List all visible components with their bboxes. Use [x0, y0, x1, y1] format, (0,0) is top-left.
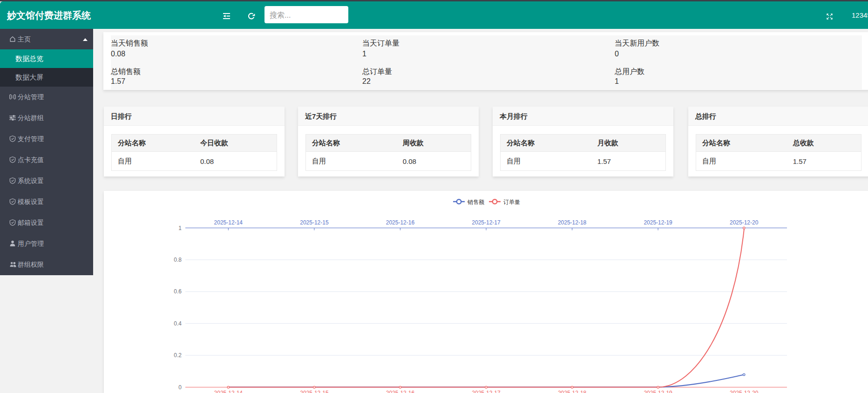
- svg-text:2025-12-19: 2025-12-19: [644, 390, 672, 393]
- svg-text:2025-12-17: 2025-12-17: [472, 390, 501, 393]
- svg-text:2025-12-20: 2025-12-20: [730, 219, 759, 226]
- svg-text:2025-12-14: 2025-12-14: [214, 390, 243, 393]
- svg-text:2025-12-16: 2025-12-16: [386, 219, 415, 226]
- svg-text:销售额: 销售额: [467, 199, 484, 205]
- svg-text:2025-12-18: 2025-12-18: [558, 390, 587, 393]
- svg-text:0: 0: [178, 384, 182, 391]
- svg-text:0.8: 0.8: [174, 257, 182, 263]
- svg-text:2025-12-15: 2025-12-15: [300, 390, 329, 393]
- svg-text:2025-12-19: 2025-12-19: [644, 219, 672, 226]
- svg-text:2025-12-15: 2025-12-15: [300, 219, 329, 226]
- svg-text:2025-12-16: 2025-12-16: [386, 390, 415, 393]
- svg-text:订单量: 订单量: [503, 199, 520, 205]
- svg-text:1: 1: [178, 225, 182, 231]
- svg-text:0.4: 0.4: [174, 320, 182, 327]
- svg-text:2025-12-14: 2025-12-14: [214, 219, 243, 226]
- svg-text:2025-12-18: 2025-12-18: [558, 219, 587, 226]
- svg-text:2025-12-17: 2025-12-17: [472, 219, 501, 226]
- svg-text:0.6: 0.6: [174, 288, 182, 295]
- svg-text:2025-12-20: 2025-12-20: [730, 390, 759, 393]
- svg-text:0.2: 0.2: [174, 352, 182, 359]
